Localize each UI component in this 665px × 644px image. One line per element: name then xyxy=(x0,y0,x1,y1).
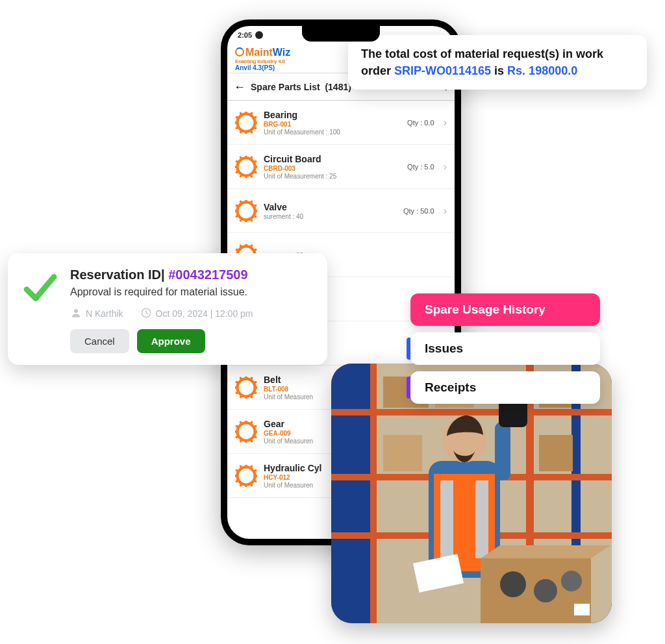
svg-rect-156 xyxy=(574,604,590,615)
svg-line-98 xyxy=(254,382,256,383)
approval-user: N Karthik xyxy=(70,307,123,319)
svg-line-94 xyxy=(236,382,238,383)
svg-rect-148 xyxy=(495,422,510,480)
svg-rect-131 xyxy=(331,364,370,623)
item-uom: surement : 40 xyxy=(264,213,397,220)
svg-line-106 xyxy=(236,436,238,437)
cost-toast: The total cost of material request(s) in… xyxy=(348,35,647,90)
svg-line-109 xyxy=(241,422,242,424)
svg-point-99 xyxy=(242,384,250,391)
item-qty: Qty : 50.0 xyxy=(403,207,434,215)
item-code: BRG-001 xyxy=(264,121,401,128)
svg-line-122 xyxy=(236,470,238,471)
phone-notch xyxy=(302,26,380,42)
svg-rect-142 xyxy=(539,435,573,471)
svg-line-11 xyxy=(241,113,242,115)
svg-line-105 xyxy=(241,439,242,441)
spare-usage-history-button[interactable]: Spare Usage History xyxy=(410,293,600,326)
svg-line-126 xyxy=(254,470,256,471)
svg-line-91 xyxy=(241,395,242,397)
svg-line-21 xyxy=(241,174,242,176)
item-name: Circuit Board xyxy=(264,154,401,164)
list-item[interactable]: Valve surement : 40 Qty : 50.0 › xyxy=(227,189,455,233)
svg-line-22 xyxy=(236,171,238,172)
issues-tab[interactable]: Issues xyxy=(410,332,600,365)
svg-line-52 xyxy=(236,249,238,251)
item-name: Bearing xyxy=(264,110,401,120)
cost-text-mid: is xyxy=(491,64,507,77)
svg-line-32 xyxy=(254,215,256,216)
svg-line-88 xyxy=(254,391,256,393)
svg-point-128 xyxy=(74,309,78,313)
svg-marker-152 xyxy=(481,545,610,558)
page-title-text: Spare Parts List xyxy=(251,82,320,92)
gear-icon xyxy=(235,156,257,178)
gear-icon xyxy=(235,112,257,134)
item-qty: Qty : 5.0 xyxy=(407,163,434,171)
svg-line-7 xyxy=(241,130,242,132)
svg-line-24 xyxy=(236,161,238,162)
chevron-right-icon: › xyxy=(444,161,447,173)
item-qty: Qty : 0.0 xyxy=(407,119,434,127)
approval-user-name: N Karthik xyxy=(86,308,123,319)
svg-line-123 xyxy=(241,466,242,468)
svg-line-27 xyxy=(251,157,252,159)
svg-line-38 xyxy=(236,205,238,206)
svg-line-33 xyxy=(251,218,252,220)
reservation-label: Reservation ID| xyxy=(70,267,168,282)
chevron-right-icon: › xyxy=(444,117,447,129)
gear-icon xyxy=(235,200,257,222)
approval-buttons: Cancel Approve xyxy=(70,329,313,353)
svg-line-95 xyxy=(241,378,242,380)
svg-line-119 xyxy=(241,483,242,485)
svg-line-92 xyxy=(236,391,238,393)
list-item-main: Valve surement : 40 xyxy=(264,202,397,220)
logo-text-wiz: Wiz xyxy=(273,47,290,58)
svg-point-29 xyxy=(242,163,250,171)
svg-line-18 xyxy=(254,171,256,172)
svg-line-112 xyxy=(254,426,256,427)
spare-usage-menu: Spare Usage History Issues Receipts xyxy=(410,293,600,404)
cost-work-order: SRIP-WO0114165 xyxy=(394,64,491,77)
svg-line-111 xyxy=(251,422,252,424)
approval-meta: N Karthik Oct 09, 2024 | 12:00 pm xyxy=(70,307,313,319)
reservation-id: #0043217509 xyxy=(168,267,247,282)
svg-line-14 xyxy=(254,117,256,118)
approval-timestamp: Oct 09, 2024 | 12:00 pm xyxy=(140,307,253,319)
logo-text-maint: Maint xyxy=(245,47,273,58)
list-item[interactable]: Bearing BRG-001 Unit of Measurement : 10… xyxy=(227,101,455,145)
svg-line-25 xyxy=(241,157,242,159)
item-code: CBRD-003 xyxy=(264,165,401,172)
receipts-tab[interactable]: Receipts xyxy=(410,371,600,404)
svg-line-103 xyxy=(251,439,252,441)
svg-rect-135 xyxy=(331,409,612,415)
svg-line-108 xyxy=(236,426,238,427)
back-arrow-icon[interactable]: ← xyxy=(234,81,245,93)
approval-card: Reservation ID| #0043217509 Approval is … xyxy=(8,253,327,365)
svg-point-155 xyxy=(561,571,582,591)
cost-amount: Rs. 198000.0 xyxy=(507,64,577,77)
svg-line-39 xyxy=(241,201,242,203)
cancel-button[interactable]: Cancel xyxy=(70,329,129,353)
svg-line-120 xyxy=(236,480,238,481)
svg-point-154 xyxy=(534,579,557,602)
svg-line-89 xyxy=(251,395,252,397)
item-uom: Unit of Measurement : 100 xyxy=(264,129,401,136)
svg-point-15 xyxy=(242,119,250,127)
svg-rect-141 xyxy=(383,435,422,471)
list-item[interactable]: Circuit Board CBRD-003 Unit of Measureme… xyxy=(227,145,455,189)
approval-subtitle: Approval is required for material issue. xyxy=(70,286,313,298)
svg-line-8 xyxy=(236,127,238,128)
list-item-main: Bearing BRG-001 Unit of Measurement : 10… xyxy=(264,110,401,136)
svg-line-116 xyxy=(254,480,256,481)
page-title-count: (1481) xyxy=(325,82,351,92)
reservation-line: Reservation ID| #0043217509 xyxy=(70,267,313,282)
item-uom: Unit of Measurement : 25 xyxy=(264,173,401,180)
svg-rect-132 xyxy=(370,364,377,623)
svg-point-153 xyxy=(500,571,526,597)
svg-line-19 xyxy=(251,174,252,176)
gear-icon xyxy=(235,421,257,443)
approval-time-text: Oct 09, 2024 | 12:00 pm xyxy=(156,308,253,319)
svg-line-102 xyxy=(254,436,256,437)
approve-button[interactable]: Approve xyxy=(137,329,205,353)
